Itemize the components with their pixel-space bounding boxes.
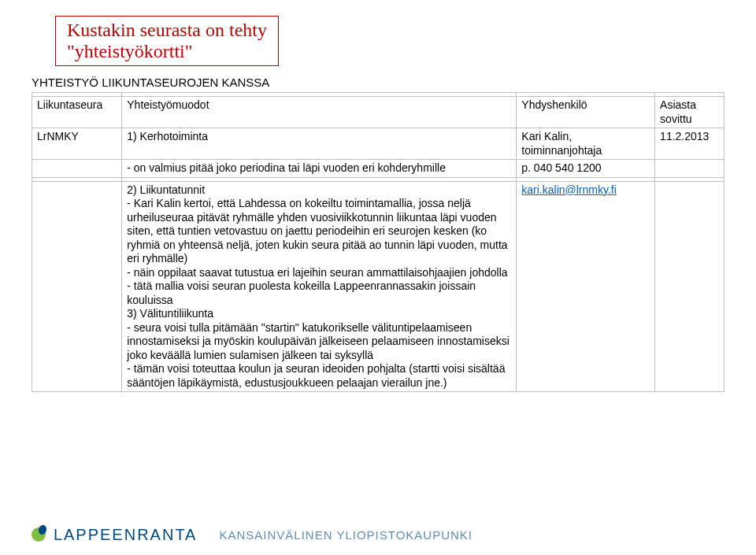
cell-muodot-detail: 2) Liikuntatunnit - Kari Kalin kertoi, e… xyxy=(122,181,517,392)
th-asiasta-sovittu: Asiasta sovittu xyxy=(655,97,724,128)
table-row-main: 2) Liikuntatunnit - Kari Kalin kertoi, e… xyxy=(32,181,724,392)
list-item: - Kari Kalin kertoi, että Lahdessa on ko… xyxy=(127,197,511,266)
email-link[interactable]: kari.kalin@lrnmky.fi xyxy=(521,183,617,196)
table-row: LrNMKY 1) Kerhotoiminta Kari Kalin, toim… xyxy=(32,128,724,160)
list-item: - seura voisi tulla pitämään "startin" k… xyxy=(127,321,511,363)
brand-logo: LAPPEENRANTA xyxy=(32,526,197,544)
list-item: - näin oppilaat saavat tutustua eri laje… xyxy=(127,266,511,280)
callout-annotation: Kustakin seurasta on tehty "yhteistyökor… xyxy=(55,16,279,66)
cooperation-table: Liikuntaseura Yhteistyömuodot Yhdyshenki… xyxy=(32,92,724,392)
th-yhdyshenkilo: Yhdyshenkilö xyxy=(517,97,655,128)
leaf-icon xyxy=(32,527,46,542)
list-heading: 2) Liikuntatunnit xyxy=(127,183,511,198)
callout-line1: Kustakin seurasta on tehty xyxy=(67,20,267,41)
cell-sovittu: 11.2.2013 xyxy=(655,128,724,160)
cell-muodot: - on valmius pitää joko periodina tai lä… xyxy=(122,160,517,178)
table-row: - on valmius pitää joko periodina tai lä… xyxy=(32,160,724,178)
cell-seura: LrNMKY xyxy=(32,128,122,160)
table-header-row: Liikuntaseura Yhteistyömuodot Yhdyshenki… xyxy=(32,97,724,128)
footer: LAPPEENRANTA KANSAINVÄLINEN YLIOPISTOKAU… xyxy=(32,526,472,544)
footer-tagline: KANSAINVÄLINEN YLIOPISTOKAUPUNKI xyxy=(219,528,472,542)
section-title: YHTEISTYÖ LIIKUNTASEUROJEN KANSSA xyxy=(32,76,724,89)
callout-line2: "yhteistyökortti" xyxy=(67,41,267,62)
list-item: - tätä mallia voisi seuran puolesta koke… xyxy=(127,279,511,307)
cell-muodot: 1) Kerhotoiminta xyxy=(122,128,517,160)
cell-henkilo: Kari Kalin, toiminnanjohtaja xyxy=(517,128,655,160)
th-yhteistyomuodot: Yhteistyömuodot xyxy=(122,97,517,128)
cell-henkilo-link: kari.kalin@lrnmky.fi xyxy=(517,181,655,392)
th-liikuntaseura: Liikuntaseura xyxy=(32,97,122,128)
list-heading: 3) Välituntiliikunta xyxy=(127,307,511,321)
list-item: - tämän voisi toteuttaa koulun ja seuran… xyxy=(127,362,511,390)
brand-name: LAPPEENRANTA xyxy=(54,526,198,543)
cell-henkilo: p. 040 540 1200 xyxy=(517,160,655,178)
